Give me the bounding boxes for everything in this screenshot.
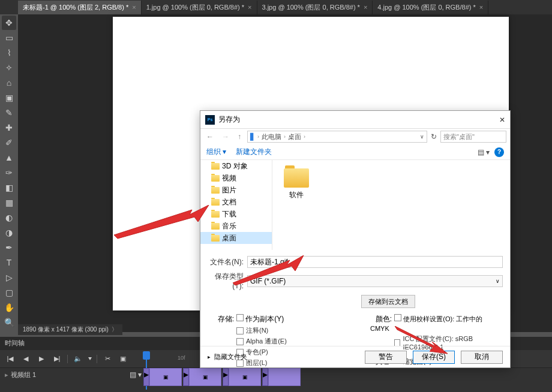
video-clip[interactable]: ▸▣ bbox=[183, 368, 221, 386]
dodge-tool[interactable]: ◑ bbox=[2, 225, 16, 240]
close-icon[interactable]: × bbox=[479, 4, 483, 11]
notes-checkbox[interactable] bbox=[236, 327, 244, 334]
tree-item-music[interactable]: 音乐 bbox=[200, 220, 272, 232]
photoshop-icon: Ps bbox=[205, 115, 215, 125]
tree-item-downloads[interactable]: 下载 bbox=[200, 208, 272, 220]
timeline-playhead[interactable] bbox=[143, 351, 150, 360]
tree-item-desktop[interactable]: 桌面 bbox=[200, 232, 272, 244]
warning-button[interactable]: 警告 bbox=[365, 351, 407, 364]
close-icon[interactable]: × bbox=[248, 4, 251, 11]
dialog-toolbar: 组织 ▾ 新建文件夹 ▤ ▾ ? bbox=[200, 144, 510, 160]
as-copy-checkbox[interactable] bbox=[236, 314, 244, 321]
nav-up-icon[interactable]: ↑ bbox=[235, 132, 244, 141]
nav-back-icon[interactable]: ← bbox=[204, 132, 216, 141]
storage-label: 存储: bbox=[212, 314, 234, 324]
document-tab[interactable]: 1.jpg @ 100% (图层 0, RGB/8#) *× bbox=[142, 1, 257, 14]
search-input[interactable]: 搜索"桌面" bbox=[440, 131, 506, 143]
play-icon[interactable]: ▶ bbox=[36, 355, 47, 363]
video-group-row[interactable]: ▸视频组 1 bbox=[5, 370, 36, 379]
filename-input[interactable] bbox=[247, 256, 503, 268]
refresh-icon[interactable]: ↻ bbox=[431, 132, 437, 141]
filename-label: 文件名(N): bbox=[208, 257, 244, 267]
type-tool[interactable]: T bbox=[2, 255, 16, 270]
organize-dropdown[interactable]: 组织 ▾ bbox=[206, 147, 226, 157]
save-to-cloud-button[interactable]: 存储到云文档 bbox=[361, 295, 415, 308]
lasso-tool[interactable]: ⌇ bbox=[2, 46, 16, 60]
frame-tool[interactable]: ▣ bbox=[2, 91, 16, 105]
blur-tool[interactable]: ◐ bbox=[2, 210, 16, 225]
status-bar: 1890 像素 x 1417 像素 (300 ppi) 〉 bbox=[18, 324, 122, 335]
breadcrumb[interactable]: ▋ › 此电脑 › 桌面 › ∨ bbox=[247, 131, 427, 143]
save-button[interactable]: 保存(S) bbox=[413, 351, 455, 364]
history-brush-tool[interactable]: ✑ bbox=[2, 165, 16, 180]
proof-checkbox[interactable] bbox=[394, 314, 401, 321]
video-clip[interactable]: ▸ bbox=[262, 368, 301, 386]
mute-icon[interactable]: 🔈 bbox=[73, 355, 83, 363]
close-icon[interactable]: ✕ bbox=[499, 116, 505, 124]
brush-tool[interactable]: ✐ bbox=[2, 135, 16, 150]
color-label: 颜色: bbox=[370, 314, 392, 324]
scissors-icon[interactable]: ✂ bbox=[102, 355, 113, 363]
help-icon[interactable]: ? bbox=[494, 147, 504, 157]
tools-palette: ✥ ▭ ⌇ ✧ ⌂ ▣ ✎ ✚ ✐ ▲ ✑ ◧ ▦ ◐ ◑ ✒ T ▷ ▢ ✋ … bbox=[0, 14, 18, 332]
close-icon[interactable]: × bbox=[364, 4, 367, 11]
folder-icon bbox=[284, 168, 309, 188]
prev-frame-icon[interactable]: ◀ bbox=[20, 355, 31, 363]
tree-item-videos[interactable]: 视频 bbox=[200, 172, 272, 184]
path-tool[interactable]: ▷ bbox=[2, 270, 16, 285]
hide-folders-toggle[interactable]: ▴隐藏文件夹 bbox=[208, 352, 247, 361]
shape-tool[interactable]: ▢ bbox=[2, 285, 16, 300]
pen-tool[interactable]: ✒ bbox=[2, 240, 16, 255]
document-tabs-bar: 未标题-1 @ 100% (图层 2, RGB/8) *× 1.jpg @ 10… bbox=[0, 0, 552, 14]
video-clip[interactable]: ▸▣ bbox=[223, 368, 261, 386]
stamp-tool[interactable]: ▲ bbox=[2, 150, 16, 165]
transition-icon[interactable]: ▣ bbox=[118, 355, 128, 363]
new-folder-button[interactable]: 新建文件夹 bbox=[236, 147, 272, 157]
close-icon[interactable]: × bbox=[132, 4, 136, 11]
alpha-checkbox[interactable] bbox=[236, 338, 244, 345]
wand-tool[interactable]: ✧ bbox=[2, 61, 16, 75]
hand-tool[interactable]: ✋ bbox=[2, 300, 16, 315]
marquee-tool[interactable]: ▭ bbox=[2, 31, 16, 45]
view-options-icon[interactable]: ▤ ▾ bbox=[478, 148, 490, 156]
file-list[interactable]: 软件 bbox=[272, 160, 510, 250]
video-clip[interactable]: ▸▣ bbox=[143, 368, 182, 386]
tree-item-pictures[interactable]: 图片 bbox=[200, 184, 272, 196]
tree-item-3d-objects[interactable]: 3D 对象 bbox=[200, 160, 272, 172]
timeline-frames: ▸▣ ▸▣ ▸▣ ▸ bbox=[143, 368, 301, 386]
heal-tool[interactable]: ✚ bbox=[2, 120, 16, 135]
dialog-title: 另存为 bbox=[218, 114, 240, 125]
eraser-tool[interactable]: ◧ bbox=[2, 180, 16, 195]
filetype-label: 保存类型(T): bbox=[208, 272, 244, 290]
goto-start-icon[interactable]: |◀ bbox=[5, 355, 16, 363]
dialog-titlebar[interactable]: Ps 另存为 ✕ bbox=[200, 111, 510, 129]
icc-checkbox[interactable] bbox=[394, 339, 400, 346]
folder-item[interactable]: 软件 bbox=[278, 166, 314, 203]
zoom-tool[interactable]: 🔍 bbox=[2, 315, 16, 330]
document-tab[interactable]: 未标题-1 @ 100% (图层 2, RGB/8) *× bbox=[18, 1, 142, 14]
move-tool[interactable]: ✥ bbox=[2, 16, 16, 30]
tree-item-documents[interactable]: 文档 bbox=[200, 196, 272, 208]
document-tab[interactable]: 3.jpg @ 100% (图层 0, RGB/8#) *× bbox=[257, 1, 373, 14]
dialog-nav-bar: ← → ↑ ▋ › 此电脑 › 桌面 › ∨ ↻ 搜索"桌面" bbox=[200, 129, 510, 144]
next-frame-icon[interactable]: ▶| bbox=[52, 355, 62, 363]
cancel-button[interactable]: 取消 bbox=[461, 351, 503, 364]
document-tab[interactable]: 4.jpg @ 100% (图层 0, RGB/8#) *× bbox=[373, 1, 488, 14]
nav-forward-icon[interactable]: → bbox=[220, 132, 232, 141]
eyedropper-tool[interactable]: ✎ bbox=[2, 105, 16, 120]
gradient-tool[interactable]: ▦ bbox=[2, 195, 16, 210]
filetype-select[interactable]: GIF (*.GIF)∨ bbox=[247, 275, 503, 287]
save-as-dialog: Ps 另存为 ✕ ← → ↑ ▋ › 此电脑 › 桌面 › ∨ ↻ 搜索"桌面"… bbox=[200, 110, 511, 368]
folder-tree[interactable]: 3D 对象 视频 图片 文档 下载 音乐 桌面 bbox=[200, 160, 272, 250]
add-track-icon[interactable]: ▤ ▾ bbox=[130, 370, 142, 379]
crop-tool[interactable]: ⌂ bbox=[2, 76, 16, 90]
